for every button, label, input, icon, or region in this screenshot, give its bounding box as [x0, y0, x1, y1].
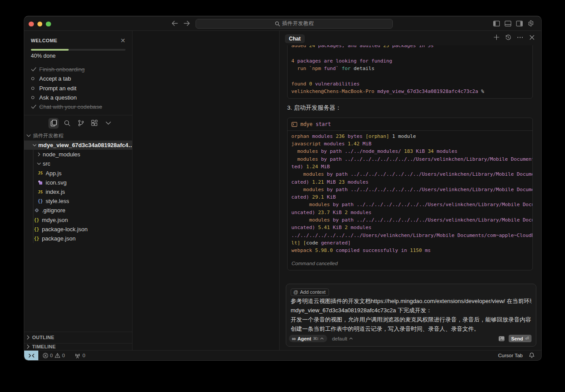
cursor-tab-status[interactable]: Cursor Tab	[498, 353, 523, 358]
tree-file-.gitignore[interactable]: .gitignore	[24, 206, 132, 215]
errors-status[interactable]: 0	[43, 353, 53, 359]
sidebar-activity-icons	[24, 115, 132, 131]
more-views-chevron-icon[interactable]	[103, 118, 113, 129]
warnings-count: 0	[62, 353, 65, 358]
search-icon	[275, 21, 280, 26]
onboarding-checklist: Finish onboardingAccept a tabPrompt an e…	[31, 65, 126, 111]
terminal-line: orphan modules 236 bytes [orphan] 1 modu…	[292, 133, 533, 140]
terminal-output-block: added 24 packages, and audited 25 packag…	[287, 45, 533, 99]
command-cancelled-note: Command cancelled	[288, 261, 532, 270]
chat-close-icon[interactable]	[529, 34, 535, 41]
tree-file-style.less[interactable]: {}style.less	[24, 196, 132, 206]
model-chevron-icon	[349, 337, 353, 340]
titlebar: 插件开发教程	[24, 16, 541, 31]
ports-status[interactable]: 0	[74, 353, 85, 359]
warnings-status[interactable]: 0	[55, 353, 65, 358]
welcome-close-icon[interactable]: ✕	[120, 38, 126, 43]
send-button[interactable]: Send ⏎	[509, 335, 532, 342]
tree-folder-node-modules[interactable]: node_modules	[24, 150, 132, 159]
traffic-lights	[29, 22, 51, 27]
json-file-icon: {}	[33, 236, 40, 241]
terminal-line: modules by path ../../../../../../../../…	[292, 186, 533, 193]
nav-forward-button[interactable]	[183, 20, 190, 26]
settings-gear-icon[interactable]	[528, 20, 534, 27]
json-file-icon: {}	[33, 227, 40, 232]
chat-input-box[interactable]: @ Add context 参考明道云视图插件的开发文档https://help…	[286, 284, 536, 347]
new-chat-plus-icon[interactable]	[493, 34, 499, 41]
tree-folder-src[interactable]: src	[24, 159, 132, 168]
attach-image-icon[interactable]	[499, 336, 505, 341]
circle-icon	[31, 96, 39, 99]
remote-indicator[interactable]	[24, 351, 38, 360]
add-context-chip[interactable]: @ Add context	[291, 288, 329, 296]
nav-back-button[interactable]	[171, 20, 178, 26]
tree-folder-mdye-view-67d3c34a081928afc4-[interactable]: mdye_view_67d3c34a081928afc4…	[24, 141, 132, 150]
onboarding-item[interactable]: Finish onboarding	[31, 65, 126, 74]
tree-file-package.json[interactable]: {}package.json	[24, 234, 132, 243]
tree-file-app.js[interactable]: JSApp.js	[24, 169, 132, 178]
terminal-line: modules by path ../../../../../../../../…	[292, 201, 533, 208]
onboarding-item[interactable]: Chat with your codebase	[31, 102, 126, 111]
check-icon	[31, 104, 39, 109]
chat-history-icon[interactable]	[505, 34, 511, 41]
terminal-line: ../../../../../../../../Users/velinkchen…	[292, 232, 533, 239]
notifications-bell-icon[interactable]	[529, 352, 535, 359]
tree-file-index.js[interactable]: JSindex.js	[24, 187, 132, 196]
outline-section-header[interactable]: OUTLINE	[24, 332, 132, 343]
tree-item-label: mdye_view_67d3c34a081928afc4…	[38, 142, 132, 148]
onboarding-item[interactable]: Accept a tab	[31, 74, 126, 83]
agent-mode-selector[interactable]: ∞ Agent ⌘I	[289, 335, 327, 342]
onboarding-item[interactable]: Ask a question	[31, 93, 126, 102]
chat-input-line: mdye_view_67d3c34a081928afc4c73c2a 下完成开发…	[291, 306, 532, 315]
chat-message-area[interactable]: added 24 packages, and audited 25 packag…	[280, 45, 541, 284]
terminal-line	[292, 72, 533, 80]
layout-sidebar-left-icon[interactable]	[493, 20, 500, 27]
tree-item-label: App.js	[46, 170, 62, 177]
command-arg: start	[316, 121, 331, 127]
editor-area[interactable]	[133, 31, 279, 350]
source-control-icon[interactable]	[76, 118, 86, 129]
chevron-right-icon	[37, 152, 41, 156]
tree-item-label: node_modules	[43, 151, 80, 158]
explorer-section-header[interactable]: 插件开发教程	[24, 131, 132, 141]
git-file-icon	[33, 208, 40, 213]
tree-file-mdye.json[interactable]: {}mdye.json	[24, 215, 132, 225]
chat-more-ellipsis-icon[interactable]	[517, 34, 523, 41]
layout-sidebar-right-icon[interactable]	[516, 20, 523, 27]
title-search-box[interactable]: 插件开发教程	[196, 19, 393, 29]
close-window-button[interactable]	[29, 22, 34, 27]
terminal-line: found 0 vulnerabilities	[292, 80, 533, 88]
onboarding-progress-bar	[31, 49, 126, 51]
layout-panel-icon[interactable]	[505, 20, 511, 27]
minimize-window-button[interactable]	[37, 22, 43, 27]
chat-input-line: 创建一条当前工作表中的明道云记录，写入录音时间、录音人、录音文件。	[291, 324, 532, 333]
model-selector[interactable]: default	[332, 336, 353, 341]
explorer-files-icon[interactable]	[48, 118, 59, 129]
json-file-icon: {}	[33, 218, 40, 222]
timeline-section-header[interactable]: TIMELINE	[24, 343, 132, 351]
chat-header: Chat	[280, 31, 541, 45]
tree-item-label: package-lock.json	[42, 226, 88, 233]
terminal-line: lt] [code generated]	[292, 239, 533, 247]
mode-chevron-icon	[320, 337, 324, 340]
tree-item-label: src	[43, 160, 50, 167]
add-context-label: Add context	[300, 289, 325, 295]
chat-step-heading: 3. 启动开发服务器：	[287, 104, 533, 112]
tree-file-icon.svg[interactable]: icon.svg	[24, 178, 132, 187]
tree-item-label: package.json	[42, 235, 76, 242]
search-sidebar-icon[interactable]	[62, 118, 72, 129]
terminal-line: ted) 1.24 MiB	[292, 163, 533, 170]
onboarding-item[interactable]: Prompt an edit	[31, 84, 126, 93]
terminal-line: modules by path ../../../../../../../../…	[292, 170, 533, 178]
tree-file-package-lock.json[interactable]: {}package-lock.json	[24, 225, 132, 234]
window-title: 插件开发教程	[282, 20, 314, 27]
chat-input-text[interactable]: 参考明道云视图插件的开发文档https://help.mingdao.com/e…	[291, 296, 532, 333]
js-file-icon: JS	[37, 171, 44, 175]
extensions-icon[interactable]	[89, 118, 100, 129]
chat-tab[interactable]: Chat	[285, 34, 305, 43]
circle-icon	[31, 87, 39, 90]
model-label: default	[332, 336, 347, 341]
terminal-line: modules by path ../../node_modules/ 183 …	[292, 148, 533, 155]
zoom-window-button[interactable]	[46, 22, 51, 27]
return-key-icon: ⏎	[525, 336, 529, 341]
